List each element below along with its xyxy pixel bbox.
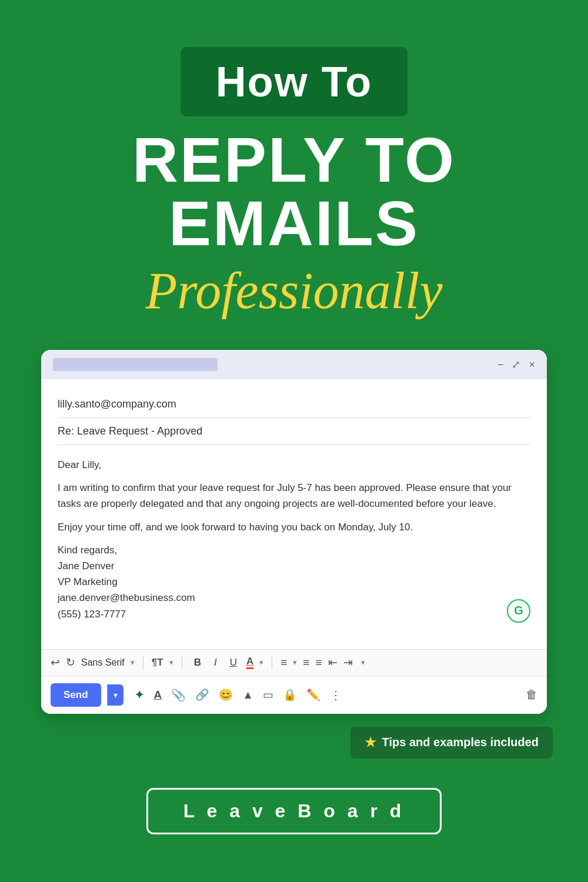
tips-badge: ★ Tips and examples included bbox=[350, 727, 553, 759]
how-to-label: How To bbox=[216, 58, 373, 105]
email-to-value: lilly.santo@company.com bbox=[58, 398, 176, 410]
indent-decrease-button[interactable]: ⇤ bbox=[328, 656, 338, 669]
page-wrapper: How To REPLY TO EMAILS Professionally − … bbox=[0, 0, 588, 882]
toolbar-separator3 bbox=[272, 656, 272, 669]
send-dropdown-button[interactable]: ▾ bbox=[107, 684, 123, 706]
email-signature: Kind regards,Jane DenverVP Marketingjane… bbox=[58, 542, 530, 622]
email-compose-window: − ⤢ × lilly.santo@company.com Re: Leave … bbox=[41, 350, 547, 714]
toolbar-separator2 bbox=[182, 656, 182, 669]
attachment-icon[interactable]: 📎 bbox=[171, 688, 186, 702]
email-greeting: Dear Lilly, bbox=[58, 457, 530, 473]
email-subject-value: Re: Leave Request - Approved bbox=[58, 425, 202, 437]
email-to-field: lilly.santo@company.com bbox=[58, 391, 530, 418]
font-size-dropdown[interactable]: ▾ bbox=[169, 658, 173, 667]
toolbar-separator1 bbox=[143, 656, 143, 669]
titlebar-decoration bbox=[53, 358, 218, 371]
underline-button[interactable]: U bbox=[226, 656, 240, 670]
format-text-icon[interactable]: A bbox=[154, 689, 162, 701]
send-button[interactable]: Send bbox=[51, 683, 101, 707]
leaveboard-brand: L e a v e B o a r d bbox=[146, 788, 442, 834]
email-content-area: Dear Lilly, I am writing to confirm that… bbox=[58, 445, 530, 637]
grammarly-icon[interactable]: G bbox=[507, 599, 530, 623]
list-bullet-button[interactable]: ≡ bbox=[315, 656, 322, 669]
more-options-icon[interactable]: ⋮ bbox=[330, 688, 342, 702]
minimize-button[interactable]: − bbox=[497, 359, 504, 371]
title-line1: REPLY TO EMAILS bbox=[35, 128, 553, 255]
expand-button[interactable]: ⤢ bbox=[512, 358, 520, 371]
list-ordered-button[interactable]: ≡ bbox=[303, 656, 309, 669]
pencil-icon[interactable]: ✏️ bbox=[306, 688, 320, 701]
toolbar-more-button[interactable]: ▾ bbox=[361, 658, 365, 667]
email-toolbar-bottom: Send ▾ ✦ A 📎 🔗 😊 ▲ ▭ 🔒 ✏️ ⋮ 🗑 bbox=[41, 676, 547, 714]
how-to-badge: How To bbox=[181, 47, 408, 116]
tips-text: Tips and examples included bbox=[382, 736, 539, 749]
emoji-icon[interactable]: 😊 bbox=[219, 688, 233, 701]
image-icon[interactable]: ▭ bbox=[263, 688, 273, 701]
font-color-dropdown[interactable]: ▾ bbox=[259, 658, 263, 667]
font-dropdown-arrow[interactable]: ▾ bbox=[131, 658, 135, 667]
email-titlebar: − ⤢ × bbox=[41, 350, 547, 379]
font-color-button[interactable]: A bbox=[246, 656, 253, 669]
align-button[interactable]: ≡ bbox=[280, 656, 287, 669]
align-dropdown[interactable]: ▾ bbox=[293, 658, 297, 667]
email-paragraph2: Enjoy your time off, and we look forward… bbox=[58, 519, 530, 535]
close-button[interactable]: × bbox=[529, 359, 535, 371]
italic-button[interactable]: I bbox=[211, 656, 220, 670]
email-subject-field: Re: Leave Request - Approved bbox=[58, 418, 530, 445]
font-select[interactable]: Sans Serif bbox=[81, 657, 125, 668]
undo-button[interactable]: ↩ bbox=[51, 656, 60, 669]
title-line2: Professionally bbox=[145, 261, 442, 320]
email-body: lilly.santo@company.com Re: Leave Reques… bbox=[41, 379, 547, 649]
font-size-button[interactable]: ¶T bbox=[152, 657, 163, 669]
window-controls: − ⤢ × bbox=[497, 358, 535, 371]
email-paragraph1: I am writing to confirm that your leave … bbox=[58, 480, 530, 512]
bottom-toolbar-icons: ✦ A 📎 🔗 😊 ▲ ▭ 🔒 ✏️ ⋮ bbox=[134, 687, 342, 703]
redo-button[interactable]: ↻ bbox=[66, 656, 75, 669]
trash-icon[interactable]: 🗑 bbox=[526, 688, 537, 701]
bold-button[interactable]: B bbox=[191, 656, 205, 670]
people-icon[interactable]: ✦ bbox=[134, 687, 145, 703]
link-icon[interactable]: 🔗 bbox=[195, 688, 209, 701]
drive-icon[interactable]: ▲ bbox=[242, 689, 253, 701]
lock-icon[interactable]: 🔒 bbox=[283, 688, 297, 701]
email-toolbar-top: ↩ ↻ Sans Serif ▾ ¶T ▾ B I U A ▾ ≡ ▾ ≡ ≡ … bbox=[41, 649, 547, 676]
tips-star-icon: ★ bbox=[365, 735, 376, 750]
indent-increase-button[interactable]: ⇥ bbox=[343, 656, 353, 669]
